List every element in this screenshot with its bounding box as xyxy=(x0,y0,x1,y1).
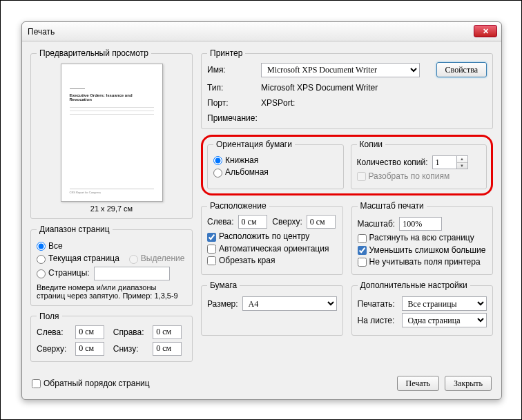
copies-count-stepper[interactable]: ▲▼ xyxy=(432,155,468,169)
margin-right-input[interactable] xyxy=(153,325,182,339)
preview-size: 21 x 29,7 см xyxy=(37,204,186,213)
range-pages[interactable]: Страницы: xyxy=(37,268,90,278)
margins-group: Поля Слева: Справа: Сверху: Снизу: xyxy=(30,312,193,362)
printer-legend: Принтер xyxy=(207,48,245,58)
collate-checkbox: Разобрать по копиям xyxy=(357,171,450,181)
range-selection: Выделение xyxy=(129,254,185,263)
stretch-checkbox[interactable]: Растянуть на всю страницу xyxy=(358,233,474,242)
preview-page: Executive Orders: Issuance and Revocatio… xyxy=(61,64,163,202)
copies-group: Копии Количество копий: ▲▼ Разобрать по … xyxy=(351,140,487,189)
scale-legend: Масштаб печати xyxy=(358,201,427,211)
orientation-group: Ориентация бумаги Книжная Альбомная xyxy=(207,140,344,189)
printer-group: Принтер Имя: Microsoft XPS Document Writ… xyxy=(201,48,493,129)
printer-name-select[interactable]: Microsoft XPS Document Writer xyxy=(261,63,420,77)
print-pages-select[interactable]: Все страницы xyxy=(402,296,487,311)
paper-legend: Бумага xyxy=(207,280,240,290)
margin-left-input[interactable] xyxy=(75,325,104,339)
margin-bottom-input[interactable] xyxy=(153,342,182,356)
layout-top-input[interactable] xyxy=(307,215,336,229)
paper-size-select[interactable]: A4 xyxy=(242,296,337,311)
layout-group: Расположение Слева: Сверху: Расположить … xyxy=(201,201,343,275)
layout-left-input[interactable] xyxy=(238,215,267,229)
titlebar: Печать ✕ xyxy=(22,22,501,41)
page-range-group: Диапазон страниц Все Текущая страница Вы… xyxy=(30,225,193,306)
shrink-checkbox[interactable]: Уменьшить слишком большие xyxy=(358,245,486,255)
layout-legend: Расположение xyxy=(207,201,269,211)
copies-legend: Копии xyxy=(357,140,386,149)
extra-legend: Дополнительные настройки xyxy=(358,280,470,290)
printer-properties-button[interactable]: Свойства xyxy=(436,62,487,77)
range-hint: Введите номера и/или диапазоны страниц ч… xyxy=(37,283,186,300)
scale-group: Масштаб печати Масштаб: Растянуть на всю… xyxy=(351,201,494,275)
margins-legend: Поля xyxy=(37,312,62,321)
crop-checkbox[interactable]: Обрезать края xyxy=(207,256,275,265)
paper-group: Бумага Размер: A4 xyxy=(201,280,343,336)
ignore-margins-checkbox[interactable]: Не учитывать поля принтера xyxy=(358,257,481,267)
range-legend: Диапазон страниц xyxy=(37,225,113,234)
print-dialog: Печать ✕ Предварительный просмотр Execut… xyxy=(21,21,502,400)
range-current[interactable]: Текущая страница xyxy=(37,254,119,263)
reverse-order-checkbox[interactable]: Обратный порядок страниц xyxy=(32,379,150,388)
print-button[interactable]: Печать xyxy=(397,376,439,391)
center-checkbox[interactable]: Расположить по центру xyxy=(207,231,309,241)
orientation-portrait[interactable]: Книжная xyxy=(213,155,258,165)
extra-group: Дополнительные настройки Печатать: Все с… xyxy=(351,280,494,336)
pages-per-sheet-select[interactable]: Одна страница xyxy=(402,313,487,327)
preview-group: Предварительный просмотр Executive Order… xyxy=(30,48,193,219)
range-all[interactable]: Все xyxy=(37,241,63,251)
range-pages-input[interactable] xyxy=(94,267,170,280)
margin-top-input[interactable] xyxy=(75,342,104,356)
close-icon[interactable]: ✕ xyxy=(474,25,497,37)
auto-orient-checkbox[interactable]: Автоматическая ориентация xyxy=(207,244,329,254)
close-button[interactable]: Закрыть xyxy=(445,376,492,391)
scale-input[interactable] xyxy=(399,217,442,231)
highlighted-section: Ориентация бумаги Книжная Альбомная Копи… xyxy=(201,135,493,195)
preview-legend: Предварительный просмотр xyxy=(37,48,151,58)
orientation-landscape[interactable]: Альбомная xyxy=(213,167,269,177)
orientation-legend: Ориентация бумаги xyxy=(213,140,295,149)
window-title: Печать xyxy=(28,27,55,37)
